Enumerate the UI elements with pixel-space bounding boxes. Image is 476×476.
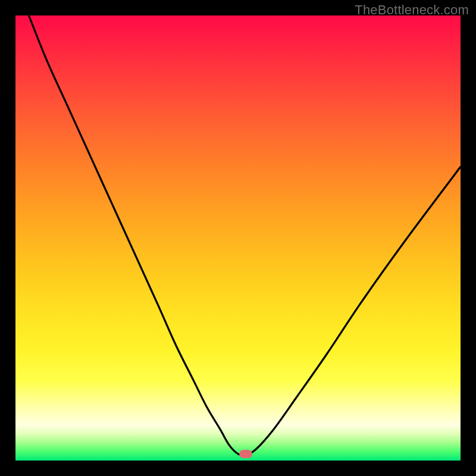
chart-frame: TheBottleneck.com — [0, 0, 476, 476]
minimum-marker — [239, 450, 252, 458]
plot-area — [15, 15, 461, 461]
bottleneck-curve — [15, 15, 461, 461]
